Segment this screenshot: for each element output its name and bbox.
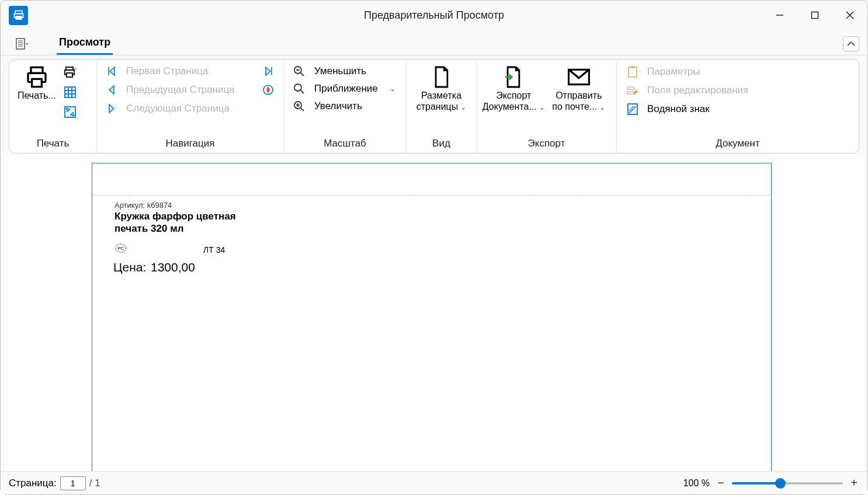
collapse-ribbon-button[interactable] — [843, 36, 859, 51]
export-icon — [504, 65, 523, 89]
svg-rect-37 — [627, 87, 634, 89]
group-zoom: Уменьшить Приближение ⌄ Увеличить Масшта… — [284, 60, 407, 153]
ribbon-menu-button[interactable] — [11, 33, 33, 55]
quick-print-icon — [63, 65, 77, 79]
window-title: Предварительный Просмотр — [364, 9, 504, 22]
group-print-label: Печать — [14, 135, 92, 153]
svg-rect-35 — [629, 67, 637, 77]
send-mail-button[interactable]: Отправить по почте...⌄ — [546, 62, 612, 112]
next-page-icon — [106, 103, 117, 114]
svg-rect-4 — [812, 12, 818, 19]
svg-rect-7 — [16, 39, 25, 49]
zoom-in-button[interactable]: Увеличить — [293, 100, 397, 112]
page-icon — [432, 65, 452, 89]
svg-rect-18 — [65, 87, 75, 97]
zoom-minus-button[interactable]: − — [716, 476, 726, 490]
price-label: Цена: — [113, 260, 146, 274]
grid-icon — [63, 85, 77, 99]
app-icon — [9, 6, 28, 25]
page-number-input[interactable] — [60, 476, 86, 490]
zoom-slider[interactable] — [732, 478, 843, 489]
first-page-button[interactable]: Первая Страница — [106, 65, 274, 77]
page-layout-button[interactable]: Разметка страницы⌄ — [411, 62, 471, 112]
product-name: Кружка фарфор цветная печать 320 мл — [114, 210, 243, 235]
svg-text:PC: PC — [117, 246, 124, 251]
close-button[interactable] — [832, 1, 867, 30]
zoom-out-button[interactable]: Уменьшить — [293, 65, 397, 77]
page-setup-button[interactable] — [63, 85, 77, 99]
svg-rect-17 — [67, 73, 72, 77]
product-sku: Артикул: k69874 — [114, 201, 172, 210]
group-navigation: Первая Страница Предыдущая Страница След… — [97, 60, 284, 153]
lt-label: ЛТ 34 — [203, 245, 225, 255]
zoom-percent-label: 100 % — [683, 478, 710, 489]
svg-line-41 — [629, 106, 634, 111]
ribbon: Печать... Печать Первая Страница — [9, 59, 859, 154]
next-page-button[interactable]: Следующая Страница — [106, 103, 274, 114]
quick-print-button[interactable] — [63, 65, 77, 79]
page-label: Страница: — [9, 477, 57, 489]
tab-preview[interactable]: Просмотр — [57, 36, 113, 55]
tabbar: Просмотр — [1, 30, 867, 55]
compass-icon — [262, 84, 274, 96]
scale-icon — [63, 105, 77, 119]
group-view: Разметка страницы⌄ Вид — [407, 60, 477, 153]
window: Предварительный Просмотр Просмотр Печать… — [0, 0, 868, 495]
edit-fields-icon — [626, 84, 639, 97]
zoom-plus-button[interactable]: + — [849, 476, 859, 490]
scale-button[interactable] — [63, 105, 77, 119]
group-zoom-label: Масштаб — [289, 135, 401, 153]
maximize-button[interactable] — [797, 1, 832, 30]
titlebar: Предварительный Просмотр — [1, 1, 867, 30]
svg-point-28 — [294, 84, 301, 91]
mail-icon — [568, 65, 590, 89]
svg-rect-14 — [32, 79, 42, 86]
chevron-down-icon: ⌄ — [599, 103, 605, 111]
svg-line-33 — [301, 108, 304, 111]
export-document-button[interactable]: Экспорт Документа...⌄ — [481, 62, 546, 112]
certification-icon: PC — [114, 243, 127, 253]
prev-page-button[interactable]: Предыдущая Страница — [106, 84, 274, 96]
first-page-icon — [106, 66, 117, 76]
watermark-icon — [626, 103, 639, 116]
group-navigation-label: Навигация — [102, 135, 279, 153]
zoom-icon — [293, 83, 305, 95]
page-total: / 1 — [89, 477, 100, 489]
group-view-label: Вид — [411, 135, 471, 153]
svg-line-27 — [301, 73, 304, 76]
svg-rect-2 — [16, 16, 22, 20]
svg-line-29 — [301, 90, 304, 93]
statusbar: Страница: / 1 100 % − + — [1, 471, 867, 494]
last-page-icon — [263, 66, 274, 76]
page-preview: Артикул: k69874 Кружка фарфор цветная пе… — [92, 163, 772, 471]
edit-fields-button[interactable]: Поля редактирования — [626, 84, 748, 97]
chevron-down-icon: ⌄ — [390, 85, 395, 93]
print-label: Печать... — [18, 90, 56, 101]
clipboard-icon — [626, 65, 639, 78]
chevron-down-icon: ⌄ — [460, 103, 466, 111]
page-divider — [92, 195, 772, 196]
minimize-button[interactable] — [762, 1, 797, 30]
group-export: Экспорт Документа...⌄ Отправить по почте… — [477, 60, 617, 153]
price-value: 1300,00 — [151, 260, 195, 274]
prev-page-icon — [106, 85, 117, 95]
watermark-button[interactable]: Водяной знак — [626, 103, 748, 116]
group-document: Параметры Поля редактирования Водяной зн… — [617, 60, 859, 153]
window-controls — [762, 1, 867, 30]
print-button[interactable]: Печать... — [14, 62, 60, 101]
group-document-label: Документ — [622, 135, 854, 153]
zoom-combo-button[interactable]: Приближение ⌄ — [293, 83, 397, 95]
svg-rect-36 — [631, 66, 634, 68]
zoom-in-icon — [293, 100, 305, 112]
printer-icon — [25, 65, 48, 89]
group-print: Печать... Печать — [9, 60, 97, 153]
parameters-button[interactable]: Параметры — [626, 65, 748, 78]
slider-thumb[interactable] — [775, 478, 786, 489]
chevron-down-icon: ⌄ — [539, 103, 545, 111]
group-export-label: Экспорт — [481, 135, 612, 153]
zoom-out-icon — [293, 65, 305, 77]
preview-canvas[interactable]: Артикул: k69874 Кружка фарфор цветная пе… — [4, 156, 864, 471]
